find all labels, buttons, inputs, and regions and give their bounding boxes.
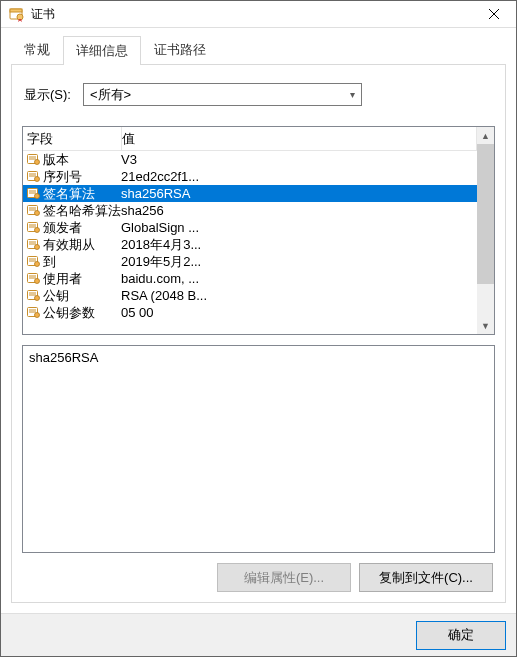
svg-point-24: [35, 228, 40, 233]
client-area: 常规 详细信息 证书路径 显示(S): <所有> ▾ 字段 值 版本V3序列号2…: [1, 28, 516, 613]
field-icon: [27, 255, 40, 268]
svg-point-32: [35, 262, 40, 267]
table-row[interactable]: 签名哈希算法sha256: [23, 202, 477, 219]
tab-general[interactable]: 常规: [11, 35, 63, 64]
tab-details[interactable]: 详细信息: [63, 36, 141, 65]
column-header-value[interactable]: 值: [122, 127, 477, 150]
show-label: 显示(S):: [24, 86, 71, 104]
table-row[interactable]: 公钥RSA (2048 B...: [23, 287, 477, 304]
close-icon: [489, 9, 499, 19]
field-name: 使用者: [43, 270, 82, 287]
titlebar: 证书: [1, 1, 516, 28]
fields-list-body: 字段 值 版本V3序列号21ed2cc2f1...签名算法sha256RSA签名…: [23, 127, 477, 334]
value-detail-text: sha256RSA: [29, 350, 98, 365]
field-name: 到: [43, 253, 56, 270]
svg-point-40: [35, 296, 40, 301]
svg-point-12: [35, 177, 40, 182]
field-value: 05 00: [121, 304, 477, 321]
svg-point-44: [35, 313, 40, 318]
fields-list-scrollbar[interactable]: ▲ ▼: [477, 127, 494, 334]
action-buttons-row: 编辑属性(E)... 复制到文件(C)...: [22, 561, 495, 592]
field-icon: [27, 306, 40, 319]
scroll-track[interactable]: [477, 144, 494, 317]
svg-point-8: [35, 160, 40, 165]
field-icon: [27, 289, 40, 302]
field-value: V3: [121, 151, 477, 168]
field-icon: [27, 238, 40, 251]
table-row[interactable]: 序列号21ed2cc2f1...: [23, 168, 477, 185]
tab-strip: 常规 详细信息 证书路径: [11, 35, 506, 64]
field-value: GlobalSign ...: [121, 219, 477, 236]
table-row[interactable]: 版本V3: [23, 151, 477, 168]
show-select-value: <所有>: [90, 86, 350, 104]
field-value: 2018年4月3...: [121, 236, 477, 253]
svg-point-28: [35, 245, 40, 250]
field-icon: [27, 272, 40, 285]
field-value: RSA (2048 B...: [121, 287, 477, 304]
certificate-icon: [9, 6, 25, 22]
chevron-down-icon: ▾: [350, 89, 355, 100]
field-name: 序列号: [43, 168, 82, 185]
field-value: 2019年5月2...: [121, 253, 477, 270]
fields-list-header: 字段 值: [23, 127, 477, 151]
field-value: baidu.com, ...: [121, 270, 477, 287]
svg-point-16: [35, 194, 40, 199]
edit-properties-button: 编辑属性(E)...: [217, 563, 351, 592]
field-value: 21ed2cc2f1...: [121, 168, 477, 185]
table-row[interactable]: 到2019年5月2...: [23, 253, 477, 270]
svg-point-36: [35, 279, 40, 284]
details-panel: 显示(S): <所有> ▾ 字段 值 版本V3序列号21ed2cc2f1...签…: [11, 64, 506, 603]
certificate-dialog: 证书 常规 详细信息 证书路径 显示(S): <所有> ▾: [0, 0, 517, 657]
field-icon: [27, 170, 40, 183]
scroll-thumb[interactable]: [477, 144, 494, 284]
field-name: 签名哈希算法: [43, 202, 121, 219]
ok-button[interactable]: 确定: [416, 621, 506, 650]
table-row[interactable]: 签名算法sha256RSA: [23, 185, 477, 202]
field-name: 版本: [43, 151, 69, 168]
field-value: sha256RSA: [121, 185, 477, 202]
column-header-field[interactable]: 字段: [23, 127, 122, 150]
field-name: 颁发者: [43, 219, 82, 236]
field-icon: [27, 187, 40, 200]
svg-rect-1: [10, 9, 22, 12]
show-filter-row: 显示(S): <所有> ▾: [22, 83, 495, 106]
fields-list: 字段 值 版本V3序列号21ed2cc2f1...签名算法sha256RSA签名…: [22, 126, 495, 335]
field-icon: [27, 204, 40, 217]
field-value: sha256: [121, 202, 477, 219]
field-name: 公钥: [43, 287, 69, 304]
copy-to-file-button[interactable]: 复制到文件(C)...: [359, 563, 493, 592]
dialog-footer: 确定: [1, 613, 516, 656]
table-row[interactable]: 使用者baidu.com, ...: [23, 270, 477, 287]
tab-path[interactable]: 证书路径: [141, 35, 219, 64]
field-icon: [27, 153, 40, 166]
field-name: 公钥参数: [43, 304, 95, 321]
svg-point-20: [35, 211, 40, 216]
field-name: 签名算法: [43, 185, 95, 202]
window-title: 证书: [31, 6, 471, 23]
table-row[interactable]: 颁发者GlobalSign ...: [23, 219, 477, 236]
table-row[interactable]: 公钥参数05 00: [23, 304, 477, 321]
field-name: 有效期从: [43, 236, 95, 253]
scroll-down-icon[interactable]: ▼: [477, 317, 494, 334]
value-detail-box[interactable]: sha256RSA: [22, 345, 495, 553]
scroll-up-icon[interactable]: ▲: [477, 127, 494, 144]
field-icon: [27, 221, 40, 234]
table-row[interactable]: 有效期从2018年4月3...: [23, 236, 477, 253]
show-select[interactable]: <所有> ▾: [83, 83, 362, 106]
close-button[interactable]: [471, 1, 516, 27]
